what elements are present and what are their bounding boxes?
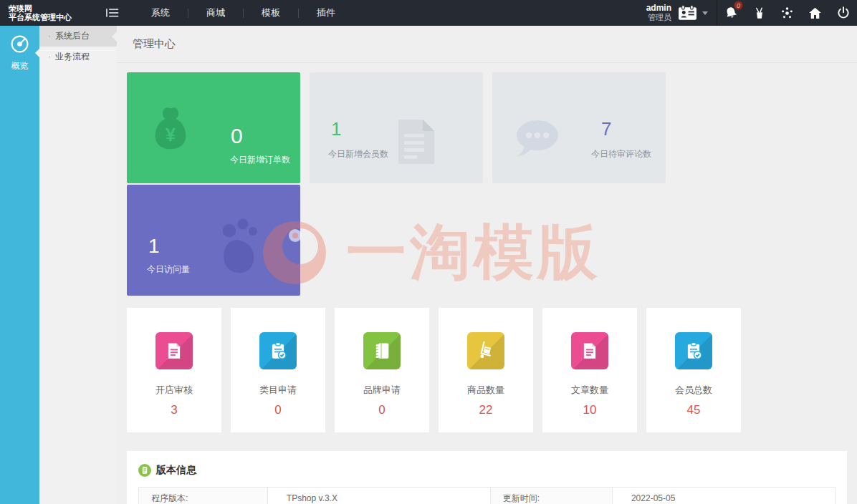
stat-value: 22 — [479, 403, 493, 417]
logo-line1: 荣瑛网 — [9, 4, 99, 14]
topbar: 荣瑛网 平台系统管理中心 系统 商城 模板 插件 admin 管理员 — [0, 0, 857, 26]
svg-text:¥: ¥ — [166, 125, 176, 145]
page-header: 管理中心 — [117, 26, 857, 63]
stat-label: 开店审核 — [155, 384, 193, 397]
stat-card-category-apply[interactable]: 类目申请 0 — [231, 308, 325, 432]
document-icon — [394, 117, 439, 170]
menu-item-mall[interactable]: 商城 — [188, 0, 243, 26]
menu-item-plugin[interactable]: 插件 — [299, 0, 353, 26]
cleanup-button[interactable] — [745, 0, 773, 26]
version-doc-icon — [138, 464, 151, 477]
share-button[interactable] — [773, 0, 801, 26]
version-title: 版本信息 — [156, 464, 196, 477]
card-today-members[interactable]: 1 今日新增会员数 — [310, 72, 483, 183]
stat-card-shop-audit[interactable]: 开店审核 3 — [127, 308, 221, 432]
logo-line2: 平台系统管理中心 — [9, 13, 99, 22]
logout-button[interactable] — [829, 0, 857, 26]
stat-label: 类目申请 — [259, 384, 297, 397]
topbar-actions: admin 管理员 0 — [646, 0, 857, 26]
stat-cards: 开店审核 3 类目申请 0 — [127, 308, 857, 432]
version-label-updated: 更新时间: — [490, 488, 612, 504]
document-icon — [155, 332, 193, 369]
bullet: · — [48, 26, 51, 47]
version-table: 程序版本: TPshop v.3.X 更新时间: 2022-05-05 — [138, 487, 836, 504]
power-icon — [836, 6, 851, 20]
stat-card-article-count[interactable]: 文章数量 10 — [542, 308, 637, 432]
version-title-row: 版本信息 — [138, 464, 836, 477]
chat-bubble-icon — [514, 118, 561, 161]
logo[interactable]: 荣瑛网 平台系统管理中心 — [0, 4, 99, 22]
stat-value: 45 — [687, 403, 701, 417]
submenu-item-label: 业务流程 — [55, 52, 90, 62]
notification-badge: 0 — [734, 1, 743, 10]
clipboard-check-icon — [259, 332, 297, 369]
page-title: 管理中心 — [133, 37, 176, 51]
user-info[interactable]: admin 管理员 — [646, 4, 671, 22]
overview-cards: ¥ 0 今日新增订单数 1 今日访问量 — [127, 72, 857, 296]
gauge-icon — [10, 34, 29, 54]
card-label: 今日新增订单数 — [230, 154, 290, 166]
card-value: 1 — [148, 235, 160, 258]
stat-value: 3 — [171, 403, 177, 417]
card-value: 7 — [601, 118, 611, 140]
submenu-item-system-backend[interactable]: · 系统后台 — [39, 26, 117, 47]
rail-item-label: 概览 — [0, 60, 39, 72]
notebook-icon — [363, 332, 401, 369]
table-row: 程序版本: TPshop v.3.X 更新时间: 2022-05-05 — [139, 488, 836, 504]
card-today-orders[interactable]: ¥ 0 今日新增订单数 — [127, 72, 300, 183]
card-value: 0 — [231, 124, 243, 148]
user-name: admin — [646, 4, 671, 13]
version-value-program: TPshop v.3.X — [267, 488, 490, 504]
stat-value: 10 — [583, 403, 597, 417]
top-menu: 系统 商城 模板 插件 — [133, 0, 353, 26]
module-rail: 概览 — [0, 26, 39, 504]
stat-value: 0 — [274, 403, 281, 417]
card-label: 今日待审评论数 — [591, 148, 651, 160]
card-label: 今日新增会员数 — [328, 148, 388, 160]
notifications-button[interactable]: 0 — [717, 0, 745, 26]
brush-cup-icon — [752, 6, 767, 21]
card-value: 1 — [331, 118, 341, 140]
card-pending-comments[interactable]: 7 今日待审评论数 — [492, 72, 666, 183]
profile-card-icon[interactable] — [678, 5, 697, 21]
menu-item-template[interactable]: 模板 — [244, 0, 298, 26]
submenu: · 系统后台 · 业务流程 — [39, 26, 117, 504]
stat-label: 会员总数 — [675, 384, 712, 397]
menu-toggle-icon[interactable] — [102, 0, 123, 26]
home-button[interactable] — [801, 0, 829, 26]
version-label-program: 程序版本: — [139, 488, 268, 504]
submenu-item-label: 系统后台 — [55, 31, 90, 41]
stat-card-goods-count[interactable]: 商品数量 22 — [439, 308, 533, 432]
stat-label: 文章数量 — [571, 384, 608, 397]
money-bag-icon: ¥ — [150, 105, 191, 154]
user-role: 管理员 — [646, 13, 671, 22]
card-today-visits[interactable]: 1 今日访问量 — [127, 185, 300, 296]
document-icon — [571, 332, 608, 369]
submenu-item-business-flow[interactable]: · 业务流程 — [39, 47, 117, 67]
rail-item-overview[interactable]: 概览 — [0, 26, 39, 72]
menu-item-system[interactable]: 系统 — [133, 0, 188, 26]
stat-label: 商品数量 — [467, 384, 504, 397]
paw-icon — [219, 216, 259, 281]
stat-card-member-total[interactable]: 会员总数 45 — [646, 308, 741, 432]
bullet: · — [48, 47, 51, 67]
stat-value: 0 — [378, 403, 385, 417]
stat-label: 品牌申请 — [363, 384, 401, 397]
clipboard-check-icon — [675, 332, 712, 369]
stat-card-brand-apply[interactable]: 品牌申请 0 — [335, 308, 429, 432]
version-value-updated: 2022-05-05 — [612, 488, 835, 504]
chevron-down-icon[interactable] — [702, 11, 708, 15]
home-icon — [808, 6, 823, 21]
share-dots-icon — [780, 6, 795, 21]
hand-truck-icon — [467, 332, 504, 369]
version-panel: 版本信息 程序版本: TPshop v.3.X 更新时间: 2022-05-05 — [127, 451, 847, 504]
card-label: 今日访问量 — [147, 263, 190, 276]
outdent-icon — [106, 8, 119, 18]
main-content: 管理中心 ¥ 0 今日新增订单数 — [117, 26, 857, 504]
